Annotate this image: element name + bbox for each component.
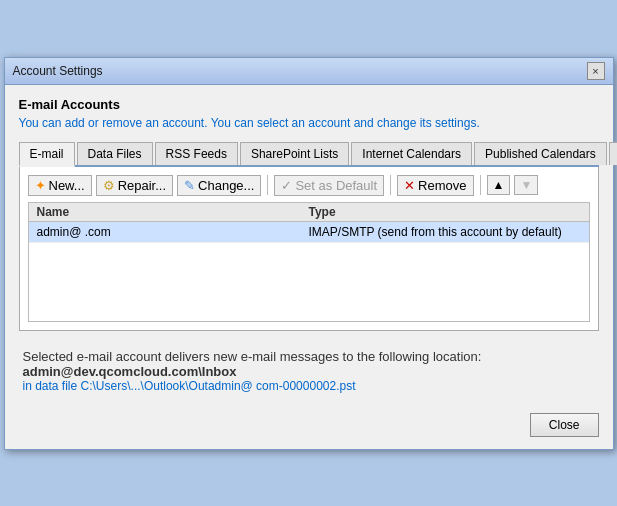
email-panel: ✦ New... ⚙ Repair... ✎ Change... ✓ Set a… xyxy=(19,167,599,331)
dialog-title: Account Settings xyxy=(13,64,103,78)
footer-description: Selected e-mail account delivers new e-m… xyxy=(23,349,599,364)
account-settings-dialog: Account Settings × E-mail Accounts You c… xyxy=(4,57,614,450)
type-column-header: Type xyxy=(309,205,581,219)
check-icon: ✓ xyxy=(281,178,292,193)
dialog-content: E-mail Accounts You can add or remove an… xyxy=(5,85,613,405)
tab-rss-feeds[interactable]: RSS Feeds xyxy=(155,142,238,165)
tab-internet-calendars[interactable]: Internet Calendars xyxy=(351,142,472,165)
toolbar: ✦ New... ⚙ Repair... ✎ Change... ✓ Set a… xyxy=(28,175,590,196)
change-button[interactable]: ✎ Change... xyxy=(177,175,261,196)
remove-label: Remove xyxy=(418,178,466,193)
change-icon: ✎ xyxy=(184,178,195,193)
tab-bar: E-mail Data Files RSS Feeds SharePoint L… xyxy=(19,142,599,167)
account-list: Name Type admin@ .com IMAP/SMTP (send fr… xyxy=(28,202,590,322)
name-column-header: Name xyxy=(37,205,309,219)
move-down-button[interactable]: ▼ xyxy=(514,175,538,195)
repair-button[interactable]: ⚙ Repair... xyxy=(96,175,173,196)
list-header: Name Type xyxy=(29,203,589,222)
tab-data-files[interactable]: Data Files xyxy=(77,142,153,165)
toolbar-separator-3 xyxy=(480,175,481,195)
repair-icon: ⚙ xyxy=(103,178,115,193)
window-close-button[interactable]: × xyxy=(587,62,605,80)
tab-email[interactable]: E-mail xyxy=(19,142,75,167)
footer-info: Selected e-mail account delivers new e-m… xyxy=(19,341,599,397)
change-label: Change... xyxy=(198,178,254,193)
remove-button[interactable]: ✕ Remove xyxy=(397,175,473,196)
tab-sharepoint-lists[interactable]: SharePoint Lists xyxy=(240,142,349,165)
toolbar-separator-2 xyxy=(390,175,391,195)
account-name: admin@ .com xyxy=(37,225,309,239)
new-label: New... xyxy=(49,178,85,193)
set-default-button[interactable]: ✓ Set as Default xyxy=(274,175,384,196)
set-default-label: Set as Default xyxy=(295,178,377,193)
toolbar-separator xyxy=(267,175,268,195)
account-type: IMAP/SMTP (send from this account by def… xyxy=(309,225,581,239)
title-bar: Account Settings × xyxy=(5,58,613,85)
section-title: E-mail Accounts xyxy=(19,97,599,112)
repair-label: Repair... xyxy=(118,178,166,193)
remove-icon: ✕ xyxy=(404,178,415,193)
new-icon: ✦ xyxy=(35,178,46,193)
footer-data-file: in data file C:\Users\...\Outlook\Outadm… xyxy=(23,379,599,393)
table-row[interactable]: admin@ .com IMAP/SMTP (send from this ac… xyxy=(29,222,589,243)
bottom-bar: Close xyxy=(5,405,613,449)
tab-address-books[interactable]: Address Books xyxy=(609,142,617,165)
footer-account-email: admin@dev.qcomcloud.com\Inbox xyxy=(23,364,599,379)
close-button[interactable]: Close xyxy=(530,413,599,437)
new-button[interactable]: ✦ New... xyxy=(28,175,92,196)
tab-published-calendars[interactable]: Published Calendars xyxy=(474,142,607,165)
move-up-button[interactable]: ▲ xyxy=(487,175,511,195)
section-description: You can add or remove an account. You ca… xyxy=(19,116,599,130)
